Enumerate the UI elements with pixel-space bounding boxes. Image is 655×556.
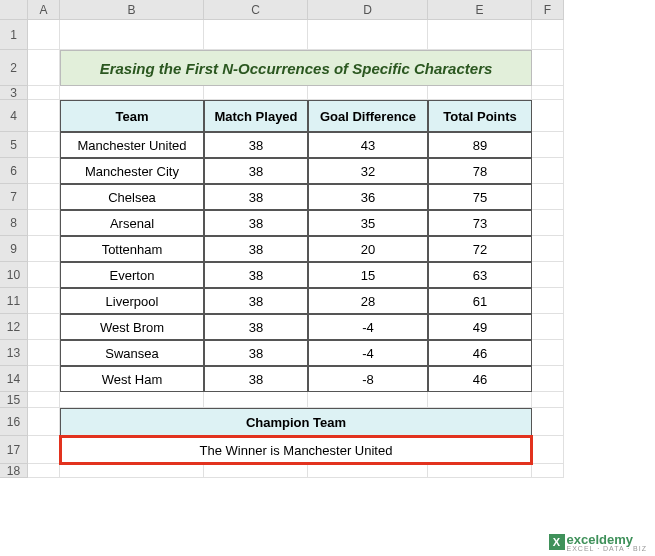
cell[interactable] bbox=[532, 392, 564, 408]
cell[interactable] bbox=[28, 20, 60, 50]
row-header-1[interactable]: 1 bbox=[0, 20, 28, 50]
row-header-12[interactable]: 12 bbox=[0, 314, 28, 340]
cell[interactable] bbox=[204, 392, 308, 408]
cell[interactable] bbox=[28, 288, 60, 314]
table-row-match[interactable]: 38 bbox=[204, 314, 308, 340]
table-row-team[interactable]: Swansea bbox=[60, 340, 204, 366]
cell[interactable] bbox=[204, 86, 308, 100]
table-row-team[interactable]: Liverpool bbox=[60, 288, 204, 314]
row-header-11[interactable]: 11 bbox=[0, 288, 28, 314]
cell[interactable] bbox=[532, 236, 564, 262]
cell[interactable] bbox=[28, 184, 60, 210]
row-header-3[interactable]: 3 bbox=[0, 86, 28, 100]
table-row-team[interactable]: Chelsea bbox=[60, 184, 204, 210]
row-header-5[interactable]: 5 bbox=[0, 132, 28, 158]
cell[interactable] bbox=[532, 436, 564, 464]
cell[interactable] bbox=[428, 464, 532, 478]
row-header-18[interactable]: 18 bbox=[0, 464, 28, 478]
cell[interactable] bbox=[532, 314, 564, 340]
cell[interactable] bbox=[308, 20, 428, 50]
column-header-a[interactable]: A bbox=[28, 0, 60, 20]
row-header-14[interactable]: 14 bbox=[0, 366, 28, 392]
table-row-goal[interactable]: -8 bbox=[308, 366, 428, 392]
table-row-goal[interactable]: 36 bbox=[308, 184, 428, 210]
table-row-match[interactable]: 38 bbox=[204, 366, 308, 392]
row-header-9[interactable]: 9 bbox=[0, 236, 28, 262]
cell[interactable] bbox=[28, 86, 60, 100]
table-row-points[interactable]: 49 bbox=[428, 314, 532, 340]
cell[interactable] bbox=[28, 50, 60, 86]
table-row-team[interactable]: West Ham bbox=[60, 366, 204, 392]
table-row-goal[interactable]: 43 bbox=[308, 132, 428, 158]
table-row-goal[interactable]: -4 bbox=[308, 340, 428, 366]
cell[interactable] bbox=[428, 392, 532, 408]
cell[interactable] bbox=[532, 288, 564, 314]
cell[interactable] bbox=[60, 464, 204, 478]
row-header-15[interactable]: 15 bbox=[0, 392, 28, 408]
row-header-8[interactable]: 8 bbox=[0, 210, 28, 236]
select-all[interactable] bbox=[0, 0, 28, 20]
table-row-goal[interactable]: 35 bbox=[308, 210, 428, 236]
row-header-13[interactable]: 13 bbox=[0, 340, 28, 366]
table-row-points[interactable]: 46 bbox=[428, 366, 532, 392]
column-header-e[interactable]: E bbox=[428, 0, 532, 20]
cell[interactable] bbox=[28, 236, 60, 262]
row-header-10[interactable]: 10 bbox=[0, 262, 28, 288]
table-row-goal[interactable]: -4 bbox=[308, 314, 428, 340]
cell[interactable] bbox=[308, 464, 428, 478]
table-row-match[interactable]: 38 bbox=[204, 340, 308, 366]
table-row-goal[interactable]: 15 bbox=[308, 262, 428, 288]
cell[interactable] bbox=[28, 464, 60, 478]
cell[interactable] bbox=[28, 132, 60, 158]
cell[interactable] bbox=[428, 86, 532, 100]
cell[interactable] bbox=[532, 366, 564, 392]
column-header-d[interactable]: D bbox=[308, 0, 428, 20]
table-row-points[interactable]: 61 bbox=[428, 288, 532, 314]
table-row-team[interactable]: Tottenham bbox=[60, 236, 204, 262]
cell[interactable] bbox=[532, 464, 564, 478]
table-row-points[interactable]: 46 bbox=[428, 340, 532, 366]
cell[interactable] bbox=[532, 132, 564, 158]
table-row-team[interactable]: Everton bbox=[60, 262, 204, 288]
cell[interactable] bbox=[428, 20, 532, 50]
column-header-f[interactable]: F bbox=[532, 0, 564, 20]
table-row-match[interactable]: 38 bbox=[204, 158, 308, 184]
champion-value[interactable]: The Winner is Manchester United bbox=[60, 436, 532, 464]
cell[interactable] bbox=[532, 262, 564, 288]
cell[interactable] bbox=[532, 210, 564, 236]
cell[interactable] bbox=[532, 20, 564, 50]
table-row-points[interactable]: 89 bbox=[428, 132, 532, 158]
table-row-match[interactable]: 38 bbox=[204, 132, 308, 158]
table-row-team[interactable]: Manchester City bbox=[60, 158, 204, 184]
column-header-c[interactable]: C bbox=[204, 0, 308, 20]
table-row-goal[interactable]: 28 bbox=[308, 288, 428, 314]
cell[interactable] bbox=[28, 314, 60, 340]
cell[interactable] bbox=[28, 366, 60, 392]
cell[interactable] bbox=[532, 100, 564, 132]
row-header-6[interactable]: 6 bbox=[0, 158, 28, 184]
row-header-17[interactable]: 17 bbox=[0, 436, 28, 464]
table-row-points[interactable]: 75 bbox=[428, 184, 532, 210]
cell[interactable] bbox=[60, 86, 204, 100]
table-row-match[interactable]: 38 bbox=[204, 210, 308, 236]
cell[interactable] bbox=[28, 340, 60, 366]
cell[interactable] bbox=[60, 20, 204, 50]
cell[interactable] bbox=[532, 86, 564, 100]
cell[interactable] bbox=[28, 100, 60, 132]
table-row-goal[interactable]: 20 bbox=[308, 236, 428, 262]
cell[interactable] bbox=[532, 408, 564, 436]
row-header-7[interactable]: 7 bbox=[0, 184, 28, 210]
cell[interactable] bbox=[532, 158, 564, 184]
table-row-points[interactable]: 63 bbox=[428, 262, 532, 288]
cell[interactable] bbox=[28, 158, 60, 184]
cell[interactable] bbox=[532, 340, 564, 366]
table-row-goal[interactable]: 32 bbox=[308, 158, 428, 184]
cell[interactable] bbox=[28, 210, 60, 236]
cell[interactable] bbox=[28, 408, 60, 436]
table-row-match[interactable]: 38 bbox=[204, 262, 308, 288]
table-row-match[interactable]: 38 bbox=[204, 288, 308, 314]
table-row-team[interactable]: Manchester United bbox=[60, 132, 204, 158]
table-row-team[interactable]: Arsenal bbox=[60, 210, 204, 236]
cell[interactable] bbox=[532, 50, 564, 86]
cell[interactable] bbox=[28, 392, 60, 408]
